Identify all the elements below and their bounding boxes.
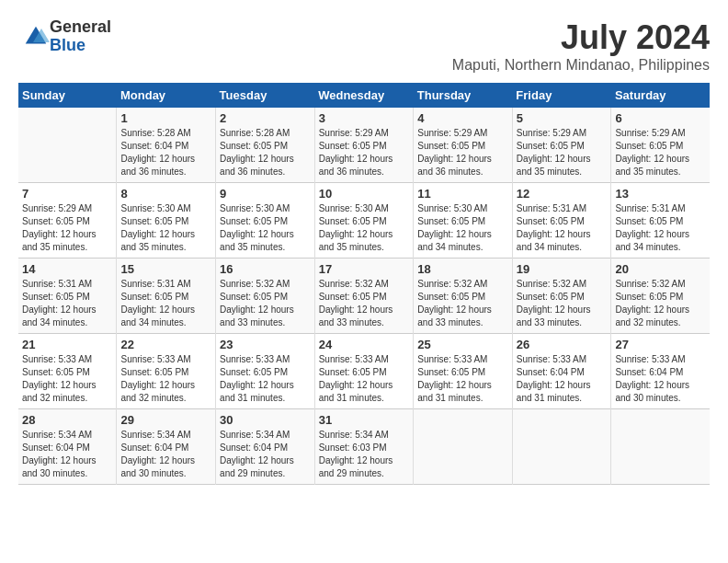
calendar-cell: 21Sunrise: 5:33 AM Sunset: 6:05 PM Dayli…	[18, 334, 117, 409]
day-info: Sunrise: 5:32 AM Sunset: 6:05 PM Dayligh…	[319, 278, 410, 329]
calendar-cell: 12Sunrise: 5:31 AM Sunset: 6:05 PM Dayli…	[512, 183, 611, 259]
calendar-week-row: 14Sunrise: 5:31 AM Sunset: 6:05 PM Dayli…	[18, 259, 710, 334]
calendar-cell: 17Sunrise: 5:32 AM Sunset: 6:05 PM Dayli…	[314, 259, 414, 334]
day-of-week-header: Sunday	[18, 83, 117, 108]
day-info: Sunrise: 5:32 AM Sunset: 6:05 PM Dayligh…	[615, 278, 706, 329]
calendar-cell: 13Sunrise: 5:31 AM Sunset: 6:05 PM Dayli…	[611, 183, 710, 259]
calendar-week-row: 7Sunrise: 5:29 AM Sunset: 6:05 PM Daylig…	[18, 183, 710, 259]
day-info: Sunrise: 5:28 AM Sunset: 6:04 PM Dayligh…	[120, 127, 211, 178]
title-section: July 2024 Maputi, Northern Mindanao, Phi…	[452, 18, 710, 74]
main-title: July 2024	[452, 18, 710, 57]
day-info: Sunrise: 5:32 AM Sunset: 6:05 PM Dayligh…	[417, 278, 508, 329]
day-info: Sunrise: 5:29 AM Sunset: 6:05 PM Dayligh…	[22, 202, 112, 254]
day-info: Sunrise: 5:34 AM Sunset: 6:04 PM Dayligh…	[22, 429, 112, 480]
day-of-week-header: Tuesday	[216, 83, 315, 108]
calendar-cell: 3Sunrise: 5:29 AM Sunset: 6:05 PM Daylig…	[314, 108, 414, 183]
calendar-cell: 19Sunrise: 5:32 AM Sunset: 6:05 PM Dayli…	[512, 259, 611, 334]
day-number: 10	[319, 187, 410, 201]
calendar-cell: 15Sunrise: 5:31 AM Sunset: 6:05 PM Dayli…	[117, 259, 216, 334]
calendar-cell: 7Sunrise: 5:29 AM Sunset: 6:05 PM Daylig…	[18, 183, 117, 259]
day-info: Sunrise: 5:29 AM Sunset: 6:05 PM Dayligh…	[615, 127, 706, 178]
calendar-cell: 9Sunrise: 5:30 AM Sunset: 6:05 PM Daylig…	[216, 183, 315, 259]
calendar-cell: 16Sunrise: 5:32 AM Sunset: 6:05 PM Dayli…	[216, 259, 315, 334]
day-info: Sunrise: 5:33 AM Sunset: 6:05 PM Dayligh…	[220, 353, 311, 405]
day-number: 9	[220, 187, 311, 201]
day-number: 11	[417, 187, 508, 201]
calendar-cell: 23Sunrise: 5:33 AM Sunset: 6:05 PM Dayli…	[216, 334, 315, 409]
day-number: 14	[22, 262, 112, 276]
day-info: Sunrise: 5:34 AM Sunset: 6:04 PM Dayligh…	[120, 429, 211, 480]
day-number: 20	[615, 262, 706, 276]
calendar-cell: 26Sunrise: 5:33 AM Sunset: 6:04 PM Dayli…	[512, 334, 611, 409]
day-number: 23	[220, 338, 311, 351]
day-info: Sunrise: 5:29 AM Sunset: 6:05 PM Dayligh…	[417, 127, 508, 178]
calendar-cell: 14Sunrise: 5:31 AM Sunset: 6:05 PM Dayli…	[18, 259, 117, 334]
day-info: Sunrise: 5:30 AM Sunset: 6:05 PM Dayligh…	[220, 202, 311, 254]
calendar-cell: 27Sunrise: 5:33 AM Sunset: 6:04 PM Dayli…	[611, 334, 710, 409]
calendar-cell	[611, 409, 710, 485]
day-number: 4	[417, 111, 508, 125]
calendar-cell: 8Sunrise: 5:30 AM Sunset: 6:05 PM Daylig…	[117, 183, 216, 259]
day-info: Sunrise: 5:32 AM Sunset: 6:05 PM Dayligh…	[517, 278, 608, 329]
day-number: 16	[220, 262, 311, 276]
day-number: 12	[517, 187, 608, 201]
calendar-cell: 2Sunrise: 5:28 AM Sunset: 6:05 PM Daylig…	[216, 108, 315, 183]
logo: General Blue	[18, 18, 111, 55]
calendar-cell: 29Sunrise: 5:34 AM Sunset: 6:04 PM Dayli…	[117, 409, 216, 485]
day-info: Sunrise: 5:33 AM Sunset: 6:05 PM Dayligh…	[22, 353, 112, 405]
day-number: 17	[319, 262, 410, 276]
day-info: Sunrise: 5:33 AM Sunset: 6:05 PM Dayligh…	[120, 353, 211, 405]
day-info: Sunrise: 5:31 AM Sunset: 6:05 PM Dayligh…	[517, 202, 608, 254]
day-info: Sunrise: 5:33 AM Sunset: 6:05 PM Dayligh…	[319, 353, 410, 405]
calendar-cell: 24Sunrise: 5:33 AM Sunset: 6:05 PM Dayli…	[314, 334, 414, 409]
day-info: Sunrise: 5:28 AM Sunset: 6:05 PM Dayligh…	[220, 127, 311, 178]
day-of-week-header: Monday	[117, 83, 216, 108]
logo-blue: Blue	[50, 37, 111, 55]
day-of-week-header: Friday	[512, 83, 611, 108]
logo-general: General	[50, 18, 111, 37]
calendar-cell: 10Sunrise: 5:30 AM Sunset: 6:05 PM Dayli…	[314, 183, 414, 259]
calendar-header-row: SundayMondayTuesdayWednesdayThursdayFrid…	[18, 83, 710, 108]
day-info: Sunrise: 5:29 AM Sunset: 6:05 PM Dayligh…	[319, 127, 410, 178]
day-of-week-header: Saturday	[611, 83, 710, 108]
calendar-cell: 1Sunrise: 5:28 AM Sunset: 6:04 PM Daylig…	[117, 108, 216, 183]
day-number: 1	[120, 111, 211, 125]
calendar-cell: 30Sunrise: 5:34 AM Sunset: 6:04 PM Dayli…	[216, 409, 315, 485]
day-number: 30	[220, 413, 311, 427]
page-header: General Blue July 2024 Maputi, Northern …	[18, 18, 710, 74]
day-info: Sunrise: 5:32 AM Sunset: 6:05 PM Dayligh…	[220, 278, 311, 329]
calendar-table: SundayMondayTuesdayWednesdayThursdayFrid…	[18, 83, 710, 485]
day-number: 8	[120, 187, 211, 201]
day-number: 6	[615, 111, 706, 125]
day-info: Sunrise: 5:30 AM Sunset: 6:05 PM Dayligh…	[319, 202, 410, 254]
day-info: Sunrise: 5:31 AM Sunset: 6:05 PM Dayligh…	[120, 278, 211, 329]
calendar-cell	[512, 409, 611, 485]
day-number: 2	[220, 111, 311, 125]
day-number: 18	[417, 262, 508, 276]
day-number: 27	[615, 338, 706, 351]
calendar-cell: 22Sunrise: 5:33 AM Sunset: 6:05 PM Dayli…	[117, 334, 216, 409]
day-info: Sunrise: 5:31 AM Sunset: 6:05 PM Dayligh…	[22, 278, 112, 329]
day-info: Sunrise: 5:31 AM Sunset: 6:05 PM Dayligh…	[615, 202, 706, 254]
day-info: Sunrise: 5:29 AM Sunset: 6:05 PM Dayligh…	[517, 127, 608, 178]
day-number: 19	[517, 262, 608, 276]
calendar-cell: 28Sunrise: 5:34 AM Sunset: 6:04 PM Dayli…	[18, 409, 117, 485]
day-number: 31	[319, 413, 410, 427]
day-info: Sunrise: 5:33 AM Sunset: 6:04 PM Dayligh…	[517, 353, 608, 405]
calendar-cell: 5Sunrise: 5:29 AM Sunset: 6:05 PM Daylig…	[512, 108, 611, 183]
logo-icon	[22, 23, 50, 51]
day-info: Sunrise: 5:30 AM Sunset: 6:05 PM Dayligh…	[120, 202, 211, 254]
calendar-week-row: 1Sunrise: 5:28 AM Sunset: 6:04 PM Daylig…	[18, 108, 710, 183]
calendar-cell	[18, 108, 117, 183]
day-number: 7	[22, 187, 112, 201]
day-number: 15	[120, 262, 211, 276]
day-number: 29	[120, 413, 211, 427]
day-number: 25	[417, 338, 508, 351]
calendar-cell	[414, 409, 513, 485]
calendar-cell: 4Sunrise: 5:29 AM Sunset: 6:05 PM Daylig…	[414, 108, 513, 183]
day-info: Sunrise: 5:33 AM Sunset: 6:04 PM Dayligh…	[615, 353, 706, 405]
calendar-cell: 20Sunrise: 5:32 AM Sunset: 6:05 PM Dayli…	[611, 259, 710, 334]
day-of-week-header: Wednesday	[314, 83, 414, 108]
day-number: 21	[22, 338, 112, 351]
day-info: Sunrise: 5:34 AM Sunset: 6:04 PM Dayligh…	[220, 429, 311, 480]
